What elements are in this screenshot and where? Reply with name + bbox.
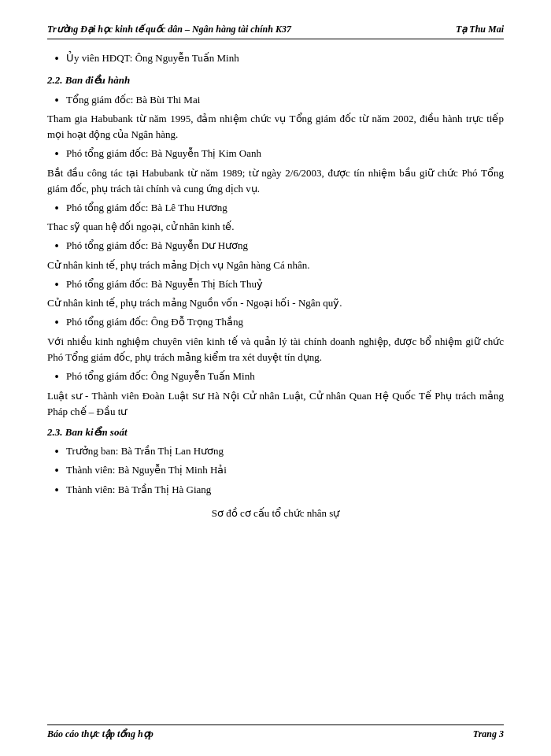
bullet-icon: • bbox=[47, 200, 66, 217]
bullet-icon: • bbox=[47, 462, 66, 480]
header-left: Trường Đại học kinh tế quốc dân – Ngân h… bbox=[47, 24, 291, 35]
list-item: • Thành viên: Bà Nguyễn Thị Minh Hải bbox=[47, 462, 504, 480]
bullet-icon: • bbox=[47, 238, 66, 255]
ptgd3-label: Phó tổng giám đốc: Bà Nguyễn Dư Hương bbox=[66, 238, 504, 254]
ptgd4-label: Phó tổng giám đốc: Bà Nguyễn Thị Bích Th… bbox=[66, 276, 504, 292]
bullet-icon: • bbox=[47, 443, 66, 461]
list-item: • Phó tổng giám đốc: Bà Nguyễn Dư Hương bbox=[47, 238, 504, 255]
list-item: • Phó tổng giám đốc: Bà Nguyễn Thị Kim O… bbox=[47, 146, 504, 163]
ptgd4-desc: Cử nhân kinh tế, phụ trách mảng Nguồn vố… bbox=[47, 295, 504, 311]
page-footer: Báo cáo thực tập tổng hợp Trang 3 bbox=[47, 724, 504, 740]
bullet-icon: • bbox=[47, 50, 66, 68]
ptgd1-desc: Bắt đầu công tác tại Habubank từ năm 198… bbox=[47, 165, 504, 197]
main-content: • Ủy viên HĐQT: Ông Nguyễn Tuấn Minh 2.2… bbox=[47, 50, 504, 521]
ptgd3-desc: Cử nhân kinh tế, phụ trách mảng Dịch vụ … bbox=[47, 258, 504, 273]
footer-left: Báo cáo thực tập tổng hợp bbox=[47, 728, 153, 740]
page: Trường Đại học kinh tế quốc dân – Ngân h… bbox=[0, 0, 551, 756]
so-do-label: Sơ đồ cơ cấu tổ chức nhân sự bbox=[47, 506, 504, 521]
list-item: • Trưởng ban: Bà Trần Thị Lan Hương bbox=[47, 443, 504, 461]
tgd-desc: Tham gia Habubank từ năm 1995, đảm nhiệm… bbox=[47, 111, 504, 143]
bks1: Trưởng ban: Bà Trần Thị Lan Hương bbox=[66, 443, 504, 459]
bks3: Thành viên: Bà Trần Thị Hà Giang bbox=[66, 482, 504, 498]
ptgd2-label: Phó tổng giám đốc: Bà Lê Thu Hương bbox=[66, 200, 504, 216]
ptgd6-desc: Luật sư - Thành viên Đoàn Luật Sư Hà Nội… bbox=[47, 388, 504, 420]
header-right: Tạ Thu Mai bbox=[456, 24, 504, 35]
list-item: • Phó tổng giám đốc: Bà Lê Thu Hương bbox=[47, 200, 504, 217]
page-header: Trường Đại học kinh tế quốc dân – Ngân h… bbox=[47, 24, 504, 39]
bullet-icon: • bbox=[47, 314, 66, 332]
list-item: • Ủy viên HĐQT: Ông Nguyễn Tuấn Minh bbox=[47, 50, 504, 68]
ptgd1-label: Phó tổng giám đốc: Bà Nguyễn Thị Kim Oan… bbox=[66, 146, 504, 161]
list-item: • Phó tổng giám đốc: Bà Nguyễn Thị Bích … bbox=[47, 276, 504, 294]
tgd-label: Tổng giám đốc: Bà Bùi Thi Mai bbox=[66, 92, 504, 108]
bullet-icon: • bbox=[47, 276, 66, 294]
section-ban-dieu-hanh: 2.2. Ban điều hành bbox=[47, 72, 504, 88]
list-item: • Phó tổng giám đốc: Ông Đỗ Trọng Thắng bbox=[47, 314, 504, 332]
list-item: • Phó tổng giám đốc: Ông Nguyễn Tuấn Min… bbox=[47, 369, 504, 386]
bullet-icon: • bbox=[47, 146, 66, 163]
hdqt-member: Ủy viên HĐQT: Ông Nguyễn Tuấn Minh bbox=[66, 50, 504, 66]
footer-right: Trang 3 bbox=[473, 728, 504, 740]
bullet-icon: • bbox=[47, 482, 66, 499]
bullet-icon: • bbox=[47, 369, 66, 386]
ptgd2-desc: Thac sỹ quan hệ đối ngoại, cử nhân kinh … bbox=[47, 219, 504, 235]
bullet-icon: • bbox=[47, 92, 66, 109]
ptgd6-label: Phó tổng giám đốc: Ông Nguyễn Tuấn Minh bbox=[66, 369, 504, 384]
ptgd5-label: Phó tổng giám đốc: Ông Đỗ Trọng Thắng bbox=[66, 314, 504, 330]
list-item: • Tổng giám đốc: Bà Bùi Thi Mai bbox=[47, 92, 504, 109]
section-ban-kiem-soat: 2.3. Ban kiểm soát bbox=[47, 424, 504, 440]
bks2: Thành viên: Bà Nguyễn Thị Minh Hải bbox=[66, 462, 504, 478]
ptgd5-desc: Với nhiều kinh nghiệm chuyên viên kinh t… bbox=[47, 334, 504, 365]
list-item: • Thành viên: Bà Trần Thị Hà Giang bbox=[47, 482, 504, 499]
